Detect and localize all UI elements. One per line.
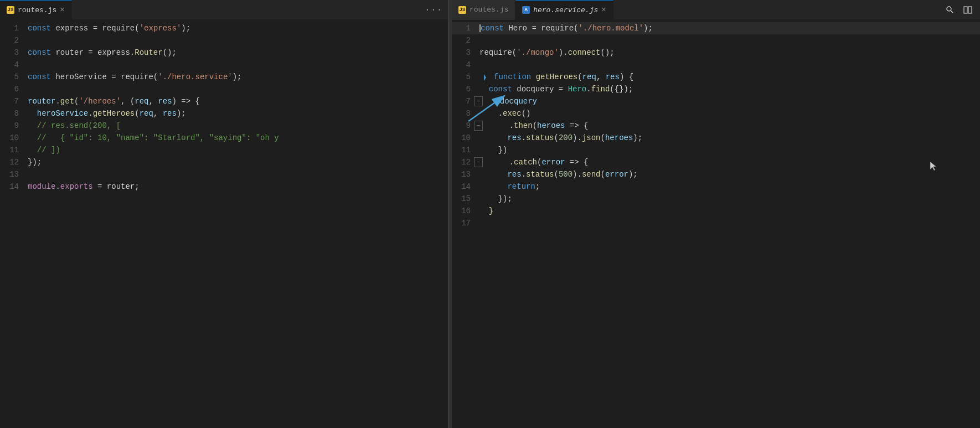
code-line: 14 module.exports = router; [0,181,448,193]
editor-container: JS routes.js × ··· 1 const express = req… [0,0,980,428]
split-editor-icon-btn[interactable] [960,2,976,18]
code-line: 12 }); [0,156,448,168]
ts-icon: A [522,6,530,14]
code-line: 8 .exec() [452,107,980,120]
right-tab-bar: JS routes.js A hero.service.js × [452,0,980,20]
tab-hero-service[interactable]: A hero.service.js × [515,0,613,20]
left-editor-pane: JS routes.js × ··· 1 const express = req… [0,0,448,428]
js-icon-right: JS [458,6,466,14]
svg-rect-2 [964,7,967,13]
code-line: 8 heroService.getHeroes(req, res); [0,107,448,120]
code-line: 13 [0,168,448,181]
tab-label-hero-service: hero.service.js [533,6,598,14]
code-line: 2 [0,34,448,47]
code-line: 15 }); [452,193,980,205]
tab-routes-js-right[interactable]: JS routes.js [452,0,515,20]
js-icon-left: JS [7,6,14,14]
code-line: 6 [0,83,448,95]
code-line: 6 const docquery = Hero.find({}); [452,83,980,95]
tab-routes-js-left[interactable]: JS routes.js × [0,0,72,20]
more-tabs-button[interactable]: ··· [419,4,448,16]
right-editor-pane: JS routes.js A hero.service.js × [452,0,980,428]
collapse-button[interactable]: − [474,96,483,106]
search-icon-btn[interactable] [942,2,958,18]
code-line: 1 const express = require('express'); [0,22,448,34]
collapse-button[interactable]: − [474,157,483,167]
collapse-button[interactable]: − [474,121,483,131]
code-line: 4 [452,59,980,71]
split-editor: JS routes.js × ··· 1 const express = req… [0,0,980,428]
code-line: 4 [0,59,448,71]
code-line: 9 − .then(heroes => { [452,120,980,132]
svg-marker-5 [475,74,486,81]
code-line: 1 const Hero = require('./hero.model'); [452,22,980,34]
code-line: 3 const router = express.Router(); [0,47,448,59]
left-tab-bar: JS routes.js × ··· [0,0,448,20]
code-line: 2 [452,34,980,47]
tab-close-right[interactable]: × [601,6,606,14]
right-actions [942,2,980,18]
tab-close-left[interactable]: × [60,6,64,14]
svg-point-0 [947,7,951,11]
code-line: 11 // ]) [0,144,448,156]
tab-label-routes-left: routes.js [18,6,56,14]
code-line: 9 // res.send(200, [ [0,120,448,132]
tab-label-routes-right: routes.js [470,6,508,14]
code-line: 3 require('./mongo').connect(); [452,47,980,59]
code-line: 14 return; [452,181,980,193]
code-line: 7 − docquery [452,95,980,107]
code-line: 5 function getHeroes(req, res) { [452,71,980,83]
code-line: 16 } [452,205,980,217]
code-line: 13 res.status(500).send(error); [452,168,980,181]
code-line: 10 res.status(200).json(heroes); [452,132,980,144]
svg-rect-3 [968,7,972,13]
code-line: 12 − .catch(error => { [452,156,980,168]
svg-line-1 [951,11,953,13]
code-line: 17 [452,217,980,229]
code-line: 7 router.get('/heroes', (req, res) => { [0,95,448,107]
left-code-area: 1 const express = require('express'); 2 … [0,20,448,428]
right-code-area: 1 const Hero = require('./hero.model'); … [452,20,980,428]
code-line: 10 // { "id": 10, "name": "Starlord", "s… [0,132,448,144]
code-line: 5 const heroService = require('./hero.se… [0,71,448,83]
code-line: 11 }) [452,144,980,156]
